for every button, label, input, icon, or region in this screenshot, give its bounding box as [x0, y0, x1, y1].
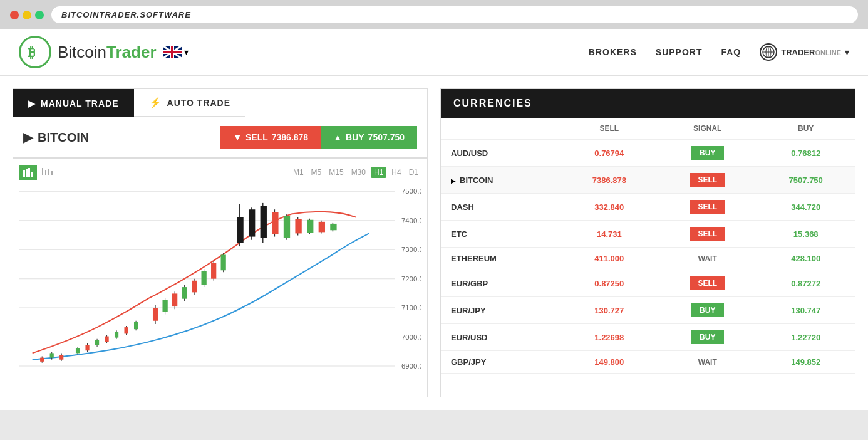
signal-cell[interactable]: WAIT [658, 248, 757, 270]
trader-online-button[interactable]: TRADERONLINE ▾ [760, 43, 849, 61]
tf-h4[interactable]: H4 [389, 167, 403, 178]
maximize-button[interactable] [35, 11, 44, 19]
play-icon: ▶ [451, 177, 456, 184]
arrow-up-icon: ▲ [333, 132, 342, 142]
language-selector[interactable]: ▾ [163, 46, 189, 58]
tf-m1[interactable]: M1 [291, 167, 306, 178]
svg-rect-19 [51, 171, 53, 175]
buy-price-cell: 344.720 [757, 194, 855, 221]
currency-name-cell: ETC [441, 221, 561, 248]
chart-toolbar: M1 M5 M15 M30 H1 H4 D1 [19, 165, 421, 180]
line-chart-icon[interactable] [41, 165, 54, 180]
tab-auto-trade[interactable]: ⚡ AUTO TRADE [134, 89, 246, 117]
svg-rect-35 [40, 358, 44, 362]
table-row: ETHEREUM411.000WAIT428.100 [441, 248, 855, 270]
chart-area: M1 M5 M15 M30 H1 H4 D1 [13, 159, 427, 397]
svg-text:7000.00: 7000.00 [401, 333, 421, 341]
tf-m15[interactable]: M15 [326, 167, 346, 178]
browser-dots [10, 11, 44, 19]
sell-price-cell: 1.22698 [561, 324, 659, 351]
signal-cell[interactable]: SELL [658, 270, 757, 297]
svg-rect-47 [105, 337, 108, 342]
play-icon: ▶ [23, 130, 33, 145]
logo-icon: ₿ [19, 36, 51, 68]
currencies-header: CURRENCIES [441, 89, 855, 118]
currency-name-cell: EUR/JPY [441, 297, 561, 324]
svg-rect-10 [23, 170, 25, 177]
sell-price-cell: 0.76794 [561, 140, 659, 167]
bar-chart-icon[interactable] [19, 165, 37, 180]
svg-text:7400.00: 7400.00 [401, 217, 421, 224]
sell-price-cell: 14.731 [561, 221, 659, 248]
svg-rect-18 [48, 169, 49, 175]
logo-text: BitcoinTrader [58, 43, 157, 62]
nav-brokers[interactable]: BROKERS [589, 47, 637, 57]
tab-manual-trade[interactable]: ▶ MANUAL TRADE [13, 89, 134, 117]
table-row: AUD/USD0.76794BUY0.76812 [441, 140, 855, 167]
signal-cell[interactable]: BUY [658, 140, 757, 167]
signal-cell[interactable]: BUY [658, 297, 757, 324]
svg-rect-61 [182, 287, 187, 299]
table-row: ▶BITCOIN7386.878SELL7507.750 [441, 167, 855, 194]
nav-faq[interactable]: FAQ [721, 47, 741, 57]
buy-price-cell: 149.852 [757, 351, 855, 374]
table-row: DASH332.840SELL344.720 [441, 194, 855, 221]
tf-h1[interactable]: H1 [371, 167, 386, 178]
signal-cell[interactable]: BUY [658, 324, 757, 351]
bitcoin-title: ▶ BITCOIN [23, 130, 89, 145]
trader-label: TRADERONLINE [781, 48, 841, 57]
table-row: ETC14.731SELL15.368 [441, 221, 855, 248]
buy-price-cell: 0.76812 [757, 140, 855, 167]
sell-button[interactable]: ▼ SELL7386.878 [220, 126, 321, 149]
currency-name-cell: ETHEREUM [441, 248, 561, 270]
sell-price-cell: 7386.878 [561, 167, 659, 194]
table-row: GBP/JPY149.800WAIT149.852 [441, 351, 855, 374]
address-bar[interactable]: BITCOINTRADER.SOFTWARE [51, 6, 858, 23]
close-button[interactable] [10, 11, 19, 19]
col-buy: BUY [757, 118, 855, 140]
signal-cell[interactable]: SELL [658, 167, 757, 194]
svg-rect-43 [85, 345, 89, 350]
bitcoin-header: ▶ BITCOIN ▼ SELL7386.878 ▲ BUY7507.750 [13, 117, 427, 159]
navbar: ₿ BitcoinTrader ▾ BROKERS [0, 29, 868, 76]
buy-price-cell: 130.747 [757, 297, 855, 324]
svg-rect-67 [211, 263, 216, 279]
tf-m5[interactable]: M5 [309, 167, 324, 178]
svg-rect-63 [192, 281, 197, 293]
svg-rect-57 [162, 300, 167, 312]
svg-rect-53 [134, 322, 138, 329]
buy-price-cell: 1.22720 [757, 324, 855, 351]
left-panel: ▶ MANUAL TRADE ⚡ AUTO TRADE ▶ BITCOIN ▼ [13, 88, 428, 397]
buy-price-cell: 7507.750 [757, 167, 855, 194]
svg-rect-7 [163, 51, 182, 53]
svg-rect-37 [50, 353, 54, 357]
sell-price-cell: 149.800 [561, 351, 659, 374]
col-signal: SIGNAL [658, 118, 757, 140]
svg-rect-73 [249, 209, 255, 236]
svg-rect-11 [26, 169, 28, 177]
trader-icon [760, 43, 777, 61]
svg-rect-49 [115, 332, 118, 337]
tf-m30[interactable]: M30 [349, 167, 368, 178]
buy-price-cell: 15.368 [757, 221, 855, 248]
signal-cell[interactable]: SELL [658, 221, 757, 248]
signal-cell[interactable]: SELL [658, 194, 757, 221]
currency-name-cell: AUD/USD [441, 140, 561, 167]
btc-buttons: ▼ SELL7386.878 ▲ BUY7507.750 [220, 126, 417, 149]
trade-tabs: ▶ MANUAL TRADE ⚡ AUTO TRADE [13, 89, 427, 117]
currencies-table: SELL SIGNAL BUY AUD/USD0.76794BUY0.76812… [441, 118, 855, 374]
signal-cell[interactable]: WAIT [658, 351, 757, 374]
buy-price-cell: 428.100 [757, 248, 855, 270]
right-panel: CURRENCIES SELL SIGNAL BUY AUD/USD0.7679… [440, 88, 855, 397]
buy-button[interactable]: ▲ BUY7507.750 [321, 126, 417, 149]
page: ₿ BitcoinTrader ▾ BROKERS [0, 29, 868, 410]
minimize-button[interactable] [23, 11, 31, 19]
currency-name-cell: EUR/GBP [441, 270, 561, 297]
nav-support[interactable]: SUPPORT [656, 47, 703, 57]
currency-name-cell: EUR/USD [441, 324, 561, 351]
tf-d1[interactable]: D1 [406, 167, 421, 178]
sell-price-cell: 411.000 [561, 248, 659, 270]
content-area: ▶ MANUAL TRADE ⚡ AUTO TRADE ▶ BITCOIN ▼ [0, 76, 868, 410]
sell-price-cell: 332.840 [561, 194, 659, 221]
play-icon: ▶ [28, 98, 36, 108]
